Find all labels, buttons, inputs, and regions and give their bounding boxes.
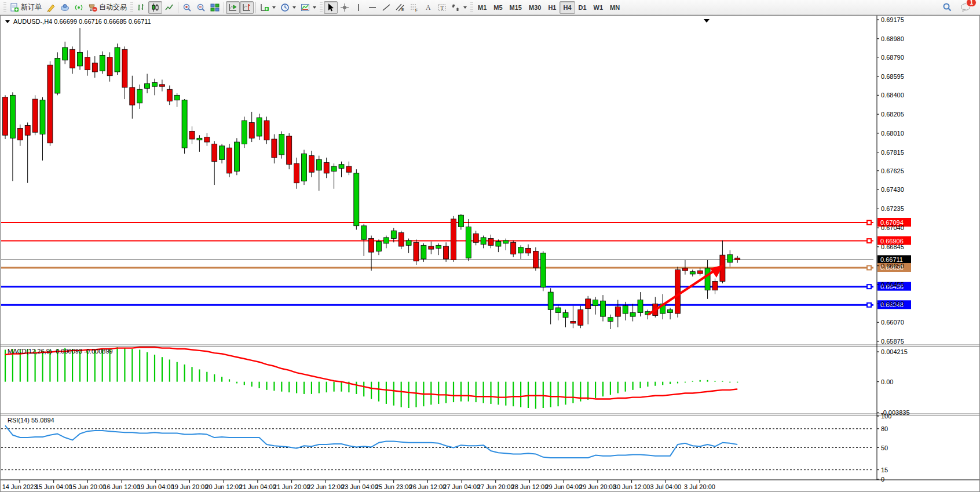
timeframe-mn-button[interactable]: MN (606, 1, 623, 14)
candle (257, 114, 262, 140)
price-axis-label: 0.66455 (881, 281, 904, 288)
timeframe-h4-button[interactable]: H4 (560, 1, 575, 14)
candle (571, 306, 576, 329)
candle (47, 61, 53, 145)
candle (376, 239, 382, 255)
periods-button[interactable] (278, 1, 298, 14)
price-axis-label: 0.68205 (881, 111, 904, 118)
toolbar-drag-handle[interactable] (3, 2, 6, 13)
rsi-axis-label: 0 (881, 476, 884, 483)
candle (137, 85, 142, 109)
indicators-dropdown-caret[interactable] (272, 6, 276, 9)
cursor-button[interactable] (324, 1, 338, 14)
chart-shift-button[interactable] (240, 1, 254, 14)
autotrade-icon (88, 3, 97, 12)
templates-button[interactable] (298, 1, 319, 14)
candle (287, 133, 292, 169)
arrows-dropdown-caret[interactable] (463, 6, 467, 9)
indicators-icon (260, 3, 269, 12)
price-axis-label: 0.68595 (881, 73, 904, 80)
signal-button[interactable] (72, 1, 86, 14)
cloud-button[interactable] (58, 1, 72, 14)
candle (540, 251, 546, 291)
timeframe-m1-button[interactable]: M1 (474, 1, 490, 14)
candle (630, 304, 635, 321)
text-label-button[interactable]: T (435, 1, 449, 14)
price-axis-label: 0.67040 (881, 224, 904, 231)
templates-dropdown-caret[interactable] (313, 6, 316, 9)
vertical-line-button[interactable] (352, 1, 365, 14)
timeframe-d1-button[interactable]: D1 (575, 1, 590, 14)
fibonacci-button[interactable]: F (407, 1, 421, 14)
chat-button[interactable]: 1 (958, 1, 973, 14)
equidistant-channel-button[interactable]: E (393, 1, 407, 14)
crayon-button[interactable] (44, 1, 58, 14)
bar-chart-icon (137, 3, 146, 12)
timeframe-m5-button[interactable]: M5 (490, 1, 506, 14)
trend-arrow-annotation[interactable] (648, 265, 723, 315)
periods-dropdown-caret[interactable] (292, 6, 296, 9)
arrows-button[interactable] (449, 1, 469, 14)
toolbar-drag-handle[interactable] (130, 2, 133, 13)
candle (638, 292, 643, 316)
autotrade-label: 自动交易 (99, 2, 127, 12)
zoom-out-button[interactable] (194, 1, 208, 14)
new-order-icon (10, 3, 19, 12)
vertical-line-icon (354, 3, 363, 12)
trendline-button[interactable] (379, 1, 393, 14)
timeframe-w1-button[interactable]: W1 (590, 1, 607, 14)
rsi-axis-label: 100 (881, 413, 891, 420)
candle (309, 151, 314, 177)
toolbar-drag-handle[interactable] (470, 2, 473, 13)
chart-canvas[interactable]: 0.670940.669060.667110.666300.664360.662… (1, 16, 979, 491)
toolbar-drag-handle[interactable] (320, 2, 323, 13)
bar-chart-button[interactable] (134, 1, 148, 14)
time-axis-label: 27 Jun 04:00 (443, 483, 480, 490)
candle (122, 46, 127, 99)
price-axis-label: 0.66845 (881, 243, 904, 250)
indicators-button[interactable] (258, 1, 278, 14)
candle (391, 228, 396, 242)
zoom-in-icon (182, 3, 192, 12)
candle (690, 269, 695, 276)
candle (92, 56, 97, 78)
text-button[interactable]: A (421, 1, 435, 14)
zoom-in-button[interactable] (180, 1, 194, 14)
time-axis-label: 22 Jun 12:00 (307, 483, 344, 490)
text-icon: A (423, 3, 433, 12)
crosshair-button[interactable] (338, 1, 352, 14)
new-order-button[interactable]: 新订单 (8, 1, 44, 14)
candle (712, 279, 718, 294)
time-axis-label: 15 Jun 04:00 (35, 483, 72, 490)
chart-shift-icon (242, 3, 251, 12)
candlestick-chart-button[interactable] (148, 1, 162, 14)
timeframe-m15-button[interactable]: M15 (506, 1, 525, 14)
autotrade-button[interactable]: 自动交易 (86, 1, 129, 14)
price-axis-label: 0.67235 (881, 205, 904, 212)
timeframe-m30-button[interactable]: M30 (525, 1, 544, 14)
candle (653, 297, 658, 317)
candle (272, 134, 277, 163)
candle (78, 28, 83, 70)
candle (586, 296, 591, 325)
rsi-axis-label: 80 (881, 425, 888, 432)
time-axis-label: 21 Jun 20:00 (273, 483, 310, 490)
candle (339, 162, 344, 177)
price-axis-label: 0.66070 (881, 319, 904, 326)
timeframe-h1-button[interactable]: H1 (544, 1, 560, 14)
rsi-line (5, 425, 737, 458)
candle (174, 93, 180, 107)
search-button[interactable] (940, 1, 955, 14)
candle (279, 132, 284, 159)
autoscroll-button[interactable] (226, 1, 240, 14)
candle (249, 112, 254, 142)
candle (220, 144, 225, 163)
line-chart-button[interactable] (162, 1, 176, 14)
periods-clock-icon (280, 3, 290, 12)
horizontal-line-button[interactable] (365, 1, 379, 14)
cursor-arrow-icon (326, 3, 335, 12)
candle (227, 144, 232, 177)
price-axis-label: 0.66650 (881, 263, 904, 269)
candle (548, 288, 553, 324)
tile-windows-button[interactable] (208, 1, 222, 14)
